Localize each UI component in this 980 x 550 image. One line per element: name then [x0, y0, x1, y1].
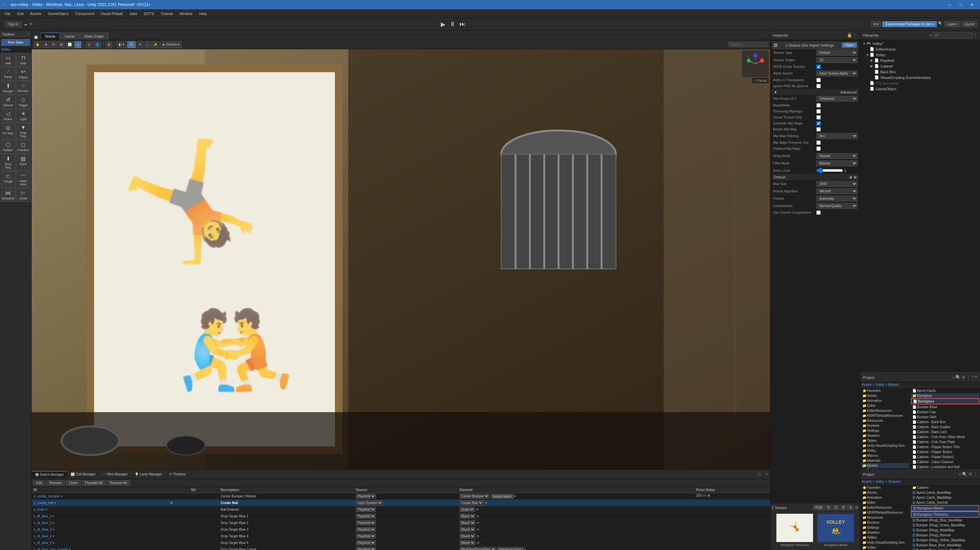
step-button[interactable]: ⏭ [458, 21, 467, 28]
source-select[interactable]: Playfield [356, 494, 376, 499]
proj-editor-res[interactable]: 📁 EditorResources [861, 408, 909, 413]
proj-item-cabinet-flipper-trim[interactable]: 📄 Cabinet - Flipper Button Trim [911, 444, 979, 449]
proj-tex-bumper-ring-yellow[interactable]: 🖼 Bumper (Ring)_Yellow_BaseMap [911, 538, 979, 543]
lower-runtime[interactable]: 📁 Runtime [861, 520, 909, 525]
perspective-label[interactable]: < Persp [752, 78, 769, 83]
lower-shaders[interactable]: 📁 Shaders [861, 530, 909, 535]
project-menu-icon[interactable]: ⋮ [966, 375, 970, 380]
new-table-button[interactable]: New Table [2, 39, 30, 46]
project-lower-menu-icon[interactable]: ⋮ [973, 472, 977, 477]
tool-gate[interactable]: ⊓Gate [16, 53, 31, 67]
scene-lighting-button[interactable]: ☀ [137, 41, 144, 48]
coil-manager-tab[interactable]: 🔁 Coil Manager [67, 471, 99, 477]
breadcrumb-models[interactable]: Models [888, 383, 899, 387]
proj-models[interactable]: 📁 Models [861, 463, 909, 468]
lower-breadcrumb-volley[interactable]: Volley [875, 480, 885, 483]
proj-item-bumper-skirt[interactable]: 📄 Bumper Skirt [911, 415, 979, 420]
proj-tex-backglass-albedo[interactable]: 🖼 Backglass Albedo [911, 505, 979, 511]
filter-mode-dropdown[interactable]: Bilinear [816, 160, 858, 166]
readwrite-checkbox[interactable] [816, 103, 821, 108]
pause-button[interactable]: ⏸ [448, 21, 457, 28]
proj-item-cabinet-flipper-btn[interactable]: 📄 Cabinet - Flipper Button [911, 449, 979, 455]
add-switch-button[interactable]: Add [33, 480, 45, 485]
bottom-close-icon[interactable]: ✕ [763, 472, 770, 476]
advanced-section-header[interactable]: ▼ Advanced [772, 89, 859, 95]
proj-tables[interactable]: 📁 Tables [861, 438, 909, 443]
scene-move-tool[interactable]: ⊕ [43, 41, 49, 48]
timeline-tab[interactable]: ⏱ Timeline [165, 471, 189, 477]
tree-item-back-box[interactable]: 📄 Back Box [861, 69, 979, 74]
hierarchy-add-icon[interactable]: + [929, 33, 932, 38]
tool-hit-target[interactable]: ◎Hit Targ. [1, 123, 16, 139]
project-add-icon[interactable]: + [952, 375, 955, 380]
proj-tex-apron-base[interactable]: 🖼 Apron Cards_BaseMap [911, 490, 979, 495]
2d-button[interactable]: 2D [127, 41, 135, 48]
display-settings-button[interactable]: ⚙ ▾ [871, 21, 881, 27]
r-channel-button[interactable]: R [826, 505, 832, 510]
texture-type-dropdown[interactable]: Default [816, 50, 858, 55]
tab-state-graph[interactable]: State Graph [80, 33, 108, 40]
populate-all-button[interactable]: Populate All [82, 480, 106, 485]
tool-ramp[interactable]: ⟋Ramp [1, 67, 16, 81]
table-row[interactable]: s_dt_blue_1 ▾ Drop Target Blue 1 Playfie… [32, 513, 770, 520]
proj-tex-bumper-base-green[interactable]: 🖼 Bumper Base_Green_BaseMap [911, 548, 979, 550]
b-channel-button[interactable]: B [840, 505, 847, 510]
table-row[interactable]: s_dt_blue_2 ▾ Drop Target Blue 2 Playfie… [32, 520, 770, 526]
scene-rotate-tool[interactable]: ↻ [50, 41, 57, 48]
proj-item-cabinet-coin-other[interactable]: 📄 Cabinet - Coin Door Other Metal [911, 434, 979, 439]
tool-trigger[interactable]: ◇Trigger [16, 95, 31, 109]
ignore-png-checkbox[interactable] [816, 84, 821, 88]
proj-item-cabinet-flipper-btn1[interactable]: 📄 Cabinet - Flipper Button1 [911, 455, 979, 460]
tool-wall[interactable]: ▭Wall [1, 53, 16, 67]
shading-mode-button[interactable]: ◧ ▾ [117, 41, 126, 48]
tree-item-visual-scripting[interactable]: 📄 VisualScripting SceneVariables [861, 74, 979, 80]
proj-shaders[interactable]: 📁 Shaders [861, 433, 909, 438]
lower-resources[interactable]: 📁 Resources [861, 515, 909, 520]
menu-window[interactable]: Window [176, 11, 196, 16]
project-lower-settings-icon[interactable]: ⚙ [968, 472, 972, 477]
proj-favorites[interactable]: ⭐ Favorites [861, 388, 909, 393]
proj-tex-backglass-thickness[interactable]: 🖼 Backglass Thickness [911, 511, 979, 518]
scene-gizmo[interactable]: X Y Z [742, 51, 769, 77]
proj-materials[interactable]: 📁 Materials [861, 458, 909, 463]
scene-fx-button[interactable]: ✨ [151, 41, 159, 48]
scene-search-input[interactable] [728, 42, 768, 47]
lower-breadcrumb-textures[interactable]: Textures [888, 480, 901, 483]
lower-unity-vs[interactable]: 📁 Unity.VisualScripting.Gen. [861, 540, 909, 545]
menu-edit[interactable]: Edit [14, 11, 27, 16]
tool-kicker[interactable]: ◁Kicker [1, 109, 16, 122]
streaming-checkbox[interactable] [816, 109, 821, 114]
element-select-2[interactable]: Create Ball [460, 500, 484, 506]
table-row[interactable]: s_dt_blue_3 ▾ Drop Target Blue 3 Playfie… [32, 526, 770, 533]
albedo-thumbnail[interactable]: VOLLEY 🤼 [817, 513, 855, 543]
proj-volley[interactable]: 📁 Volley [861, 448, 909, 453]
proj-item-cabinet-glass-channel[interactable]: 📄 Cabinet - Glass Channel [911, 460, 979, 464]
mip-filter-dropdown[interactable]: Box [816, 133, 858, 139]
lower-hdrp[interactable]: 📁 HDRPDefaultResources [861, 510, 909, 515]
proj-settings[interactable]: 📁 Settings [861, 428, 909, 433]
proj-item-backglass-file[interactable]: 📄 Backglass [911, 398, 979, 404]
bottom-expand-icon[interactable]: ⊡ [756, 472, 763, 476]
proj-item-backglass-folder[interactable]: 📁 Backglass [911, 393, 979, 398]
tool-guide[interactable]: ⊢Guide [16, 188, 31, 202]
mip-preserve-checkbox[interactable] [816, 141, 821, 145]
menu-help[interactable]: Help [196, 11, 210, 16]
scene-grid-button[interactable]: ⊞ [106, 41, 112, 48]
source-select-3[interactable]: Playfield [356, 507, 376, 512]
minimize-button[interactable]: — [944, 2, 955, 8]
scene-scale-tool[interactable]: ⊞ [58, 41, 65, 48]
tool-trough[interactable]: ⊏Trough [1, 171, 16, 188]
project-lower-search-icon[interactable]: 🔍 [962, 472, 968, 477]
lower-breadcrumb-assets[interactable]: Assets [862, 480, 872, 483]
toolbox-menu-icon[interactable]: ⋮ [25, 32, 29, 36]
table-row[interactable]: s_create_ball ▾ A Create Ball Input Syst… [32, 500, 770, 506]
aniso-slider[interactable] [816, 168, 843, 173]
channel-settings-icon[interactable]: ⚙ [855, 505, 859, 510]
menu-component[interactable]: Component [72, 11, 97, 16]
lower-tables[interactable]: 📁 Tables [861, 535, 909, 540]
lower-settings[interactable]: 📁 Settings [861, 525, 909, 530]
inspector-menu-icon[interactable]: ⋮ [853, 33, 858, 38]
max-size-dropdown[interactable]: 2048 [816, 181, 858, 187]
proj-item-bumper-cap[interactable]: 📄 Bumper Cap [911, 409, 979, 415]
proj-tex-bumper-ring-blue[interactable]: 🖼 Bumper (Ring)_Blue_baseMap [911, 518, 979, 523]
